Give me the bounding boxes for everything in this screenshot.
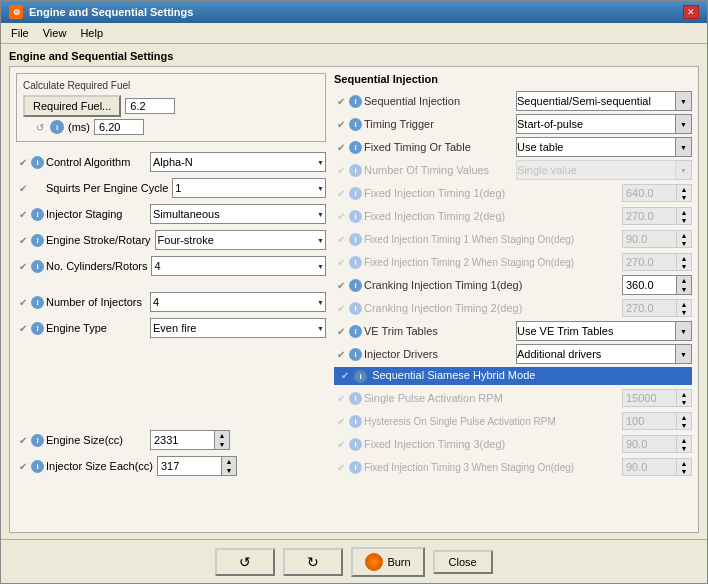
no-cylinders-select[interactable]: 4	[151, 256, 326, 276]
fixed-timing-select[interactable]: Use table	[516, 137, 676, 157]
check-r17: ✔	[334, 461, 347, 474]
check-r14: ✔	[334, 392, 347, 405]
fuel-value-input[interactable]	[125, 98, 175, 114]
cranking-t1-label: ✔ i Cranking Injection Timing 1(deg)	[334, 279, 618, 292]
cranking-t2-row: ✔ i Cranking Injection Timing 2(deg) ▲ ▼	[334, 298, 692, 318]
engine-size-down[interactable]: ▼	[215, 440, 229, 449]
info-r11: i	[349, 325, 362, 338]
check-r11: ✔	[334, 325, 347, 338]
engine-size-up[interactable]: ▲	[215, 431, 229, 440]
fixed-inj-t2-staging-text: Fixed Injection Timing 2 When Staging On…	[364, 257, 574, 268]
fixed-inj-t3-staging-label: ✔ i Fixed Injection Timing 3 When Stagin…	[334, 461, 618, 474]
cranking-t2-up: ▲	[677, 300, 691, 308]
burn-button[interactable]: Burn	[351, 547, 424, 577]
undo-icon: ↺	[239, 554, 251, 570]
timing-trigger-select[interactable]: Start-of-pulse	[516, 114, 676, 134]
engine-type-select[interactable]: Even fire	[150, 318, 326, 338]
calc-fuel-title: Calculate Required Fuel	[23, 80, 319, 91]
cranking-t1-up[interactable]: ▲	[677, 276, 691, 285]
cranking-t1-down[interactable]: ▼	[677, 285, 691, 294]
fixed-inj-t3-staging-spin: ▲ ▼	[676, 459, 691, 475]
fixed-timing-select-wrapper: Use table ▼	[516, 137, 692, 157]
squirts-label: ✔ Squirts Per Engine Cycle	[16, 182, 168, 195]
fixed-inj-t3-input	[623, 436, 676, 452]
engine-stroke-select[interactable]: Four-stroke	[155, 230, 326, 250]
check-icon-9: ✔	[16, 460, 29, 473]
no-cylinders-row: ✔ i No. Cylinders/Rotors 4	[16, 256, 326, 276]
engine-size-spinbox: ▲ ▼	[150, 430, 230, 450]
menu-file[interactable]: File	[5, 25, 35, 41]
ve-trim-text: VE Trim Tables	[364, 325, 438, 337]
injector-staging-select[interactable]: Simultaneous	[150, 204, 326, 224]
cranking-t2-spin: ▲ ▼	[676, 300, 691, 316]
main-group: Calculate Required Fuel Required Fuel...…	[9, 66, 699, 533]
fixed-inj-t3-staging-text: Fixed Injection Timing 3 When Staging On…	[364, 462, 574, 473]
menu-view[interactable]: View	[37, 25, 73, 41]
engine-size-row: ✔ i Engine Size(cc) ▲ ▼	[16, 430, 326, 450]
fixed-inj-t1-staging-up: ▲	[677, 231, 691, 239]
fixed-inj-t3-up: ▲	[677, 436, 691, 444]
timing-trigger-arrow[interactable]: ▼	[676, 114, 692, 134]
fixed-inj-t1-spin: ▲ ▼	[676, 185, 691, 201]
cranking-t1-spin: ▲ ▼	[676, 276, 691, 294]
no-cylinders-label: ✔ i No. Cylinders/Rotors	[16, 260, 147, 273]
info-r3: i	[349, 141, 362, 154]
num-injectors-wrapper: 4	[150, 292, 326, 312]
close-button[interactable]: Close	[433, 550, 493, 574]
injector-drivers-select[interactable]: Additional drivers	[516, 344, 676, 364]
check-r10: ✔	[334, 302, 347, 315]
injector-size-down[interactable]: ▼	[222, 466, 236, 475]
menu-help[interactable]: Help	[74, 25, 109, 41]
num-injectors-row: ✔ i Number of Injectors 4	[16, 292, 326, 312]
engine-size-input[interactable]	[151, 431, 214, 449]
check-r9: ✔	[334, 279, 347, 292]
cranking-t1-input[interactable]	[623, 276, 676, 294]
seq-injection-text: Sequential Injection	[364, 95, 460, 107]
fixed-inj-t2-text: Fixed Injection Timing 2(deg)	[364, 210, 505, 222]
squirts-select[interactable]: 1	[172, 178, 326, 198]
info-icon-7: i	[31, 434, 44, 447]
injector-drivers-arrow[interactable]: ▼	[676, 344, 692, 364]
num-timing-select-wrapper: Single value ▼	[516, 160, 692, 180]
cranking-t2-spinbox: ▲ ▼	[622, 299, 692, 317]
hysteresis-row: ✔ i Hysteresis On Single Pulse Activatio…	[334, 411, 692, 431]
check-icon-4: ✔	[16, 234, 29, 247]
fixed-timing-arrow[interactable]: ▼	[676, 137, 692, 157]
fixed-timing-label: ✔ i Fixed Timing Or Table	[334, 141, 512, 154]
siamese-row[interactable]: ✔ i Sequential Siamese Hybrid Mode	[334, 367, 692, 385]
fixed-inj-t3-text: Fixed Injection Timing 3(deg)	[364, 438, 505, 450]
redo-button[interactable]: ↻	[283, 548, 343, 576]
ve-trim-arrow[interactable]: ▼	[676, 321, 692, 341]
info-r12: i	[349, 348, 362, 361]
check-r1: ✔	[334, 95, 347, 108]
undo-button[interactable]: ↺	[215, 548, 275, 576]
fixed-inj-t2-down: ▼	[677, 216, 691, 224]
check-r12: ✔	[334, 348, 347, 361]
no-cylinders-text: No. Cylinders/Rotors	[46, 260, 147, 272]
engine-stroke-text: Engine Stroke/Rotary	[46, 234, 151, 246]
hysteresis-spin: ▲ ▼	[676, 413, 691, 429]
check-icon-3: ✔	[16, 208, 29, 221]
injector-size-up[interactable]: ▲	[222, 457, 236, 466]
injector-size-input[interactable]	[158, 457, 221, 475]
required-fuel-button[interactable]: Required Fuel...	[23, 95, 121, 117]
fixed-timing-row: ✔ i Fixed Timing Or Table Use table ▼	[334, 137, 692, 157]
info-r14: i	[349, 392, 362, 405]
fixed-inj-t2-staging-input	[623, 254, 676, 270]
ms-value-input[interactable]	[94, 119, 144, 135]
ve-trim-select[interactable]: Use VE Trim Tables	[516, 321, 676, 341]
control-algorithm-select[interactable]: Alpha-N	[150, 152, 326, 172]
seq-injection-select[interactable]: Sequential/Semi-sequential	[516, 91, 676, 111]
bottom-spacer	[16, 344, 326, 426]
close-window-button[interactable]: ✕	[683, 5, 699, 19]
check-r6: ✔	[334, 210, 347, 223]
fixed-inj-t2-label: ✔ i Fixed Injection Timing 2(deg)	[334, 210, 618, 223]
single-pulse-down: ▼	[677, 398, 691, 406]
check-r4: ✔	[334, 164, 347, 177]
seq-injection-arrow[interactable]: ▼	[676, 91, 692, 111]
fuel-ms-row: ↺ i (ms)	[23, 119, 319, 135]
check-icon-2: ✔	[16, 182, 29, 195]
num-injectors-select[interactable]: 4	[150, 292, 326, 312]
cranking-t1-row: ✔ i Cranking Injection Timing 1(deg) ▲ ▼	[334, 275, 692, 295]
info-r1: i	[349, 95, 362, 108]
